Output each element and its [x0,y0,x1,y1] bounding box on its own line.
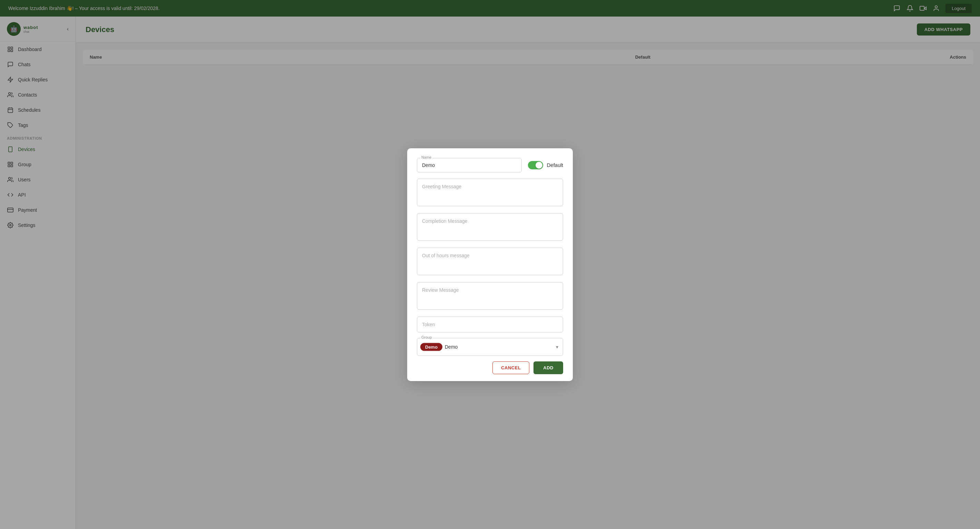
name-input[interactable] [417,158,522,172]
out-of-hours-wrap [417,248,563,276]
default-toggle-wrap: Default [528,161,563,169]
default-toggle[interactable] [528,161,543,169]
group-select-inner: Demo Demo ▾ [417,338,563,356]
modal-dialog: Name Default [407,148,573,381]
group-tag: Demo [420,343,442,351]
name-field-wrap: Name [417,158,522,172]
review-message-input[interactable] [417,282,563,310]
out-of-hours-input[interactable] [417,248,563,275]
name-label: Name [420,155,433,159]
modal-footer: CANCEL ADD [417,361,563,374]
toggle-knob [536,162,542,168]
review-message-wrap [417,282,563,311]
completion-message-input[interactable] [417,213,563,241]
default-label: Default [547,162,563,168]
greeting-message-input[interactable] [417,179,563,206]
main-content: Devices ADD WHATSAPP Name Default Action… [76,17,980,529]
group-select-wrap: Group Demo Demo ▾ [417,338,563,356]
completion-message-wrap [417,213,563,242]
group-label: Group [420,335,433,339]
greeting-message-wrap [417,179,563,208]
modal-top-row: Name Default [417,158,563,172]
modal-overlay: Name Default [76,17,980,529]
token-wrap [417,316,563,332]
token-input[interactable] [417,316,563,332]
add-button[interactable]: ADD [533,361,563,374]
cancel-button[interactable]: CANCEL [492,361,529,374]
